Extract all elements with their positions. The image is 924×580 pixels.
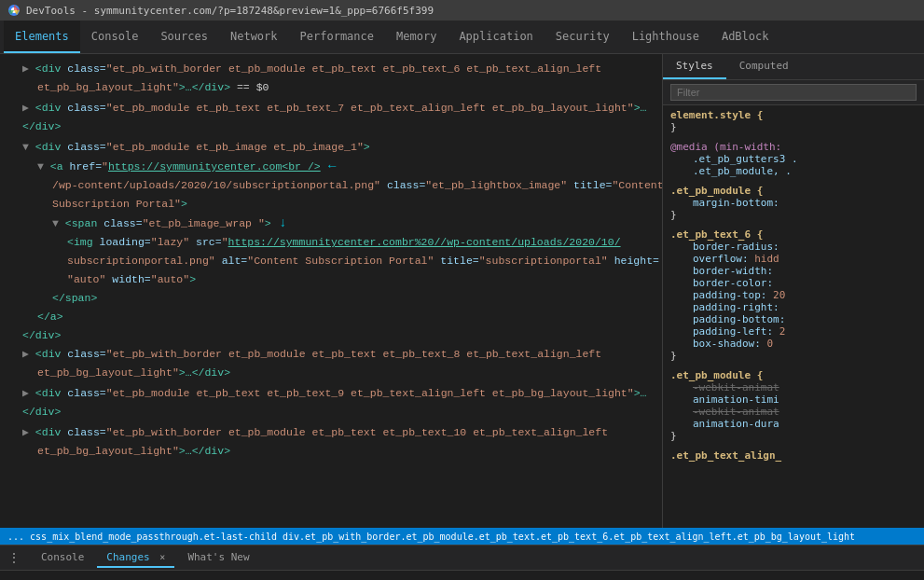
- css-rule-media: @media (min-width: .et_pb_gutters3 . .et…: [670, 141, 917, 177]
- tab-lighthouse[interactable]: Lighthouse: [621, 21, 710, 53]
- tab-console[interactable]: Console: [80, 21, 150, 53]
- window-title: DevTools - symmunitycenter.com/?p=187248…: [26, 5, 434, 17]
- bottom-content: [0, 571, 924, 580]
- tab-memory[interactable]: Memory: [385, 21, 448, 53]
- dom-line[interactable]: </div>: [0, 326, 662, 345]
- breadcrumb: ... css_mix_blend_mode_passthrough.et-la…: [7, 532, 855, 542]
- dom-line[interactable]: /wp-content/uploads/2020/10/subscription…: [0, 176, 662, 195]
- tab-security[interactable]: Security: [545, 21, 621, 53]
- css-rule-text-align: .et_pb_text_align_: [670, 449, 917, 462]
- filter-input[interactable]: [670, 84, 917, 101]
- css-selector: element.style {: [670, 109, 763, 121]
- css-rule-text-6: .et_pb_text_6 { border-radius: overflow:…: [670, 228, 917, 362]
- tab-adblock[interactable]: AdBlock: [710, 21, 780, 53]
- styles-content: element.style { } @media (min-width: .et…: [663, 105, 924, 528]
- tab-application[interactable]: Application: [448, 21, 544, 53]
- tab-elements[interactable]: Elements: [4, 21, 80, 53]
- tab-styles[interactable]: Styles: [663, 54, 726, 79]
- bottom-panel: ⋮ Console Changes × What's New: [0, 545, 924, 580]
- dom-line[interactable]: Subscription Portal">: [0, 195, 662, 214]
- dom-line[interactable]: "auto" width="auto">: [0, 270, 662, 289]
- title-bar: DevTools - symmunitycenter.com/?p=187248…: [0, 0, 924, 21]
- dom-line[interactable]: [0, 461, 662, 463]
- close-changes-tab[interactable]: ×: [159, 552, 165, 562]
- tab-bottom-console[interactable]: Console: [32, 548, 93, 568]
- dom-line[interactable]: ▼ <a href="https://symmunitycenter.com<b…: [0, 157, 662, 176]
- bottom-tabs: ⋮ Console Changes × What's New: [0, 545, 924, 571]
- filter-box: [663, 80, 924, 105]
- tab-performance[interactable]: Performance: [289, 21, 385, 53]
- css-rule-module-1: .et_pb_module { margin-bottom: }: [670, 185, 917, 221]
- tab-sources[interactable]: Sources: [149, 21, 219, 53]
- chrome-icon: [7, 4, 21, 17]
- css-rule-element-style: element.style { }: [670, 109, 917, 133]
- tab-bar: Elements Console Sources Network Perform…: [0, 21, 924, 54]
- tab-bottom-changes[interactable]: Changes ×: [97, 548, 174, 568]
- dom-line[interactable]: <img loading="lazy" src="https://symmuni…: [0, 233, 662, 252]
- tab-network[interactable]: Network: [219, 21, 289, 53]
- tab-computed[interactable]: Computed: [726, 54, 802, 79]
- dom-line[interactable]: </a>: [0, 308, 662, 326]
- dom-line[interactable]: </div>: [0, 117, 662, 136]
- dom-line[interactable]: </div>: [0, 403, 662, 421]
- dom-line[interactable]: et_pb_bg_layout_light">…</div>: [0, 364, 662, 382]
- dom-line[interactable]: ▼ <span class="et_pb_image_wrap "> ↓: [0, 214, 662, 233]
- dom-line[interactable]: </span>: [0, 289, 662, 308]
- status-bar: ... css_mix_blend_mode_passthrough.et-la…: [0, 528, 924, 545]
- annotation-arrow-down: ↓: [271, 215, 287, 230]
- dom-line[interactable]: et_pb_bg_layout_light">…</div>: [0, 442, 662, 461]
- dom-line[interactable]: ▶ <div class="et_pb_module et_pb_text et…: [0, 384, 662, 403]
- dom-line[interactable]: ▶ <div class="et_pb_with_border et_pb_mo…: [0, 423, 662, 442]
- bottom-menu-icon[interactable]: ⋮: [7, 550, 21, 565]
- dom-line[interactable]: ▶ <div class="et_pb_module et_pb_text et…: [0, 99, 662, 117]
- dom-line[interactable]: ▼ <div class="et_pb_module et_pb_image e…: [0, 138, 662, 157]
- styles-tabs: Styles Computed: [663, 54, 924, 80]
- dom-line[interactable]: ▶ <div class="et_pb_with_border et_pb_mo…: [0, 60, 662, 78]
- dom-line[interactable]: ▶ <div class="et_pb_with_border et_pb_mo…: [0, 345, 662, 364]
- css-rule-module-anim: .et_pb_module { -webkit-animat animation…: [670, 369, 917, 442]
- styles-panel: Styles Computed element.style { } @media…: [663, 54, 924, 528]
- dom-line[interactable]: subscriptionportal.png" alt="Content Sub…: [0, 252, 662, 270]
- dom-panel[interactable]: ▶ <div class="et_pb_with_border et_pb_mo…: [0, 54, 663, 528]
- main-area: ▶ <div class="et_pb_with_border et_pb_mo…: [0, 54, 924, 528]
- dom-line[interactable]: et_pb_bg_layout_light">…</div> == $0: [0, 78, 662, 97]
- tab-bottom-whatsnew[interactable]: What's New: [178, 548, 258, 568]
- annotation-arrow-right: ←: [321, 159, 337, 173]
